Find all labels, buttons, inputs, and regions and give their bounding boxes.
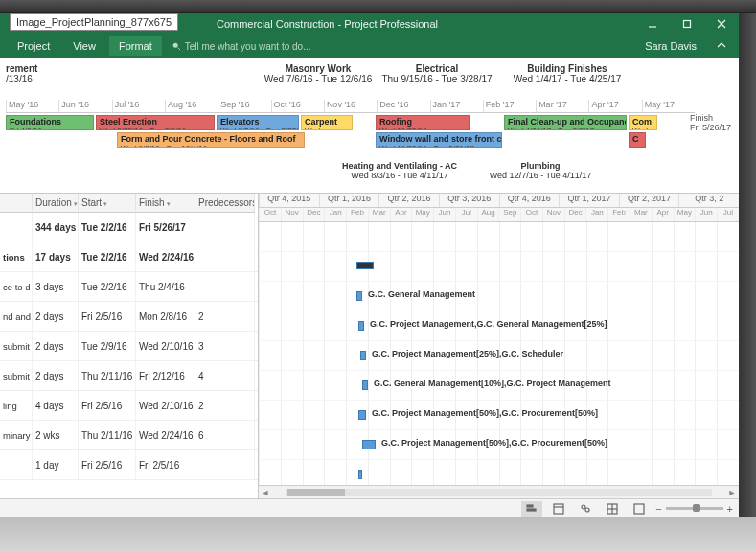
grid-row[interactable]: 344 daysTue 2/2/16Fri 5/26/17 bbox=[0, 213, 258, 242]
grid-cell[interactable]: 2 bbox=[195, 302, 255, 331]
zoom-in-button[interactable]: + bbox=[727, 503, 733, 515]
grid-cell[interactable]: 2 wks bbox=[33, 421, 79, 449]
grid-row[interactable]: ce to d sign3 daysTue 2/2/16Thu 2/4/16 bbox=[0, 272, 258, 302]
view-team-planner-button[interactable] bbox=[575, 501, 596, 517]
grid-cell[interactable]: ling bbox=[0, 391, 33, 420]
grid-cell[interactable]: ce to d sign bbox=[0, 272, 33, 301]
zoom-out-button[interactable]: − bbox=[655, 503, 661, 515]
grid-cell[interactable] bbox=[195, 213, 255, 242]
view-gantt-button[interactable] bbox=[521, 501, 542, 517]
grid-cell[interactable]: 3 days bbox=[33, 272, 79, 301]
grid-cell[interactable]: Fri 2/5/16 bbox=[79, 391, 136, 420]
gantt-bar[interactable] bbox=[356, 262, 374, 269]
grid-cell[interactable]: Thu 2/11/16 bbox=[79, 361, 136, 390]
grid-cell[interactable]: submit values bbox=[0, 361, 33, 390]
grid-row[interactable]: ling4 daysFri 2/5/16Wed 2/10/162 bbox=[0, 391, 258, 421]
gantt-bar[interactable] bbox=[356, 291, 362, 301]
grid-cell[interactable]: Fri 2/12/16 bbox=[136, 361, 195, 390]
grid-row[interactable]: submit dule2 daysTue 2/9/16Wed 2/10/163 bbox=[0, 332, 258, 361]
gantt-bar[interactable] bbox=[362, 380, 368, 390]
grid-cell[interactable]: Tue 2/2/16 bbox=[79, 272, 136, 301]
grid-column-header[interactable]: Start▾ bbox=[79, 194, 136, 213]
task-grid[interactable]: Duration▾Start▾Finish▾Predecessors 344 d… bbox=[0, 194, 259, 498]
grid-cell[interactable] bbox=[0, 450, 33, 479]
grid-cell[interactable]: Thu 2/4/16 bbox=[136, 272, 195, 301]
grid-cell[interactable]: Fri 5/26/17 bbox=[136, 213, 195, 242]
view-task-usage-button[interactable] bbox=[548, 501, 569, 517]
timeline-bar[interactable]: RoofingWed 11/30/16 - bbox=[376, 115, 470, 130]
grid-column-header[interactable]: Finish▾ bbox=[136, 194, 195, 213]
grid-row[interactable]: tions17 daysTue 2/2/16Wed 2/24/16 bbox=[0, 242, 258, 272]
grid-cell[interactable]: nd and bbox=[0, 302, 33, 331]
grid-cell[interactable]: Tue 2/9/16 bbox=[79, 332, 136, 360]
gantt-chart[interactable]: Qtr 4, 2015Qtr 1, 2016Qtr 2, 2016Qtr 3, … bbox=[259, 194, 739, 498]
scroll-right-arrow[interactable]: ► bbox=[725, 488, 739, 497]
grid-cell[interactable]: Tue 2/2/16 bbox=[79, 242, 136, 271]
grid-cell[interactable]: tions bbox=[0, 242, 33, 271]
grid-cell[interactable] bbox=[195, 450, 255, 479]
grid-cell[interactable]: 17 days bbox=[33, 242, 79, 271]
grid-row[interactable]: nd and2 daysFri 2/5/16Mon 2/8/162 bbox=[0, 302, 258, 332]
timeline-panel[interactable]: rement /13/16 Masonry WorkWed 7/6/16 - T… bbox=[0, 58, 739, 194]
grid-cell[interactable]: 4 days bbox=[33, 391, 79, 420]
grid-cell[interactable]: Wed 2/24/16 bbox=[136, 242, 195, 271]
timeline-bar[interactable]: Window wall and store front closuresWed … bbox=[376, 132, 502, 148]
grid-column-header[interactable]: Predecessors bbox=[195, 194, 255, 213]
view-reports-button[interactable] bbox=[629, 501, 650, 517]
timeline-bar[interactable]: C bbox=[629, 132, 646, 148]
ribbon-tab-format[interactable]: Format bbox=[109, 36, 162, 56]
grid-cell[interactable]: minary gs bbox=[0, 421, 33, 449]
grid-cell[interactable] bbox=[195, 242, 255, 271]
grid-cell[interactable]: 1 day bbox=[33, 450, 79, 479]
grid-row[interactable]: 1 dayFri 2/5/16Fri 2/5/16 bbox=[0, 450, 258, 480]
grid-cell[interactable]: Fri 2/5/16 bbox=[136, 450, 195, 479]
scroll-left-arrow[interactable]: ◄ bbox=[259, 488, 272, 497]
grid-row[interactable]: minary gs2 wksThu 2/11/16Wed 2/24/166 bbox=[0, 421, 258, 450]
grid-cell[interactable]: Wed 2/10/16 bbox=[136, 332, 195, 360]
timeline-bar[interactable]: ElevatorsWed 8/3/16 - Tue 8/27/16 bbox=[217, 115, 299, 130]
grid-cell[interactable]: 2 bbox=[195, 391, 255, 420]
grid-cell[interactable]: 2 days bbox=[33, 332, 79, 360]
ribbon-tab-view[interactable]: View bbox=[63, 36, 105, 56]
ribbon-tab-project[interactable]: Project bbox=[8, 36, 59, 56]
timeline-bar[interactable]: Final Clean-up and OccupancyWed 4/26/17 … bbox=[504, 115, 627, 130]
grid-column-header[interactable] bbox=[0, 194, 33, 213]
zoom-slider[interactable] bbox=[666, 507, 723, 510]
grid-cell[interactable]: 344 days bbox=[33, 213, 79, 242]
grid-cell[interactable]: 2 days bbox=[33, 302, 79, 331]
grid-cell[interactable]: 2 days bbox=[33, 361, 79, 390]
grid-cell[interactable]: 4 bbox=[195, 361, 255, 390]
timeline-bar[interactable]: Form and Pour Concrete - Floors and Roof… bbox=[117, 132, 305, 148]
gantt-bar[interactable] bbox=[362, 440, 376, 449]
gantt-horizontal-scrollbar[interactable]: ◄ ► bbox=[259, 485, 739, 498]
grid-cell[interactable]: Wed 2/10/16 bbox=[136, 391, 195, 420]
gantt-bar[interactable] bbox=[358, 410, 366, 420]
grid-cell[interactable] bbox=[0, 213, 33, 242]
tell-me-search[interactable]: Tell me what you want to do... bbox=[172, 41, 311, 52]
scroll-thumb[interactable] bbox=[287, 489, 345, 496]
grid-cell[interactable]: 3 bbox=[195, 332, 255, 360]
grid-cell[interactable]: Thu 2/11/16 bbox=[79, 421, 136, 449]
close-button[interactable] bbox=[704, 13, 739, 34]
grid-cell[interactable]: Fri 2/5/16 bbox=[79, 302, 136, 331]
grid-cell[interactable]: Fri 2/5/16 bbox=[79, 450, 136, 479]
timeline-bar[interactable]: Steel ErectionWed 5/25/16 - Tue 8/9/16 bbox=[96, 115, 215, 130]
grid-cell[interactable]: Wed 2/24/16 bbox=[136, 421, 195, 449]
maximize-button[interactable] bbox=[670, 13, 704, 34]
collapse-ribbon-button[interactable] bbox=[704, 35, 739, 57]
gantt-bar[interactable] bbox=[358, 321, 364, 331]
gantt-bar[interactable] bbox=[358, 470, 362, 479]
grid-cell[interactable]: Mon 2/8/16 bbox=[136, 302, 195, 331]
grid-cell[interactable]: 6 bbox=[195, 421, 255, 449]
minimize-button[interactable] bbox=[635, 13, 670, 34]
grid-cell[interactable]: Tue 2/2/16 bbox=[79, 213, 136, 242]
grid-cell[interactable]: submit dule bbox=[0, 332, 33, 360]
gantt-bar[interactable] bbox=[360, 351, 366, 360]
timeline-bar[interactable]: FoundationsFri 4/8/16 - bbox=[6, 115, 94, 130]
timeline-bar[interactable]: ComWed bbox=[629, 115, 657, 130]
grid-cell[interactable] bbox=[195, 272, 255, 301]
view-resource-sheet-button[interactable] bbox=[602, 501, 623, 517]
timeline-bar[interactable]: CarpentWed bbox=[301, 115, 353, 130]
grid-column-header[interactable]: Duration▾ bbox=[33, 194, 79, 213]
grid-row[interactable]: submit values2 daysThu 2/11/16Fri 2/12/1… bbox=[0, 361, 258, 391]
